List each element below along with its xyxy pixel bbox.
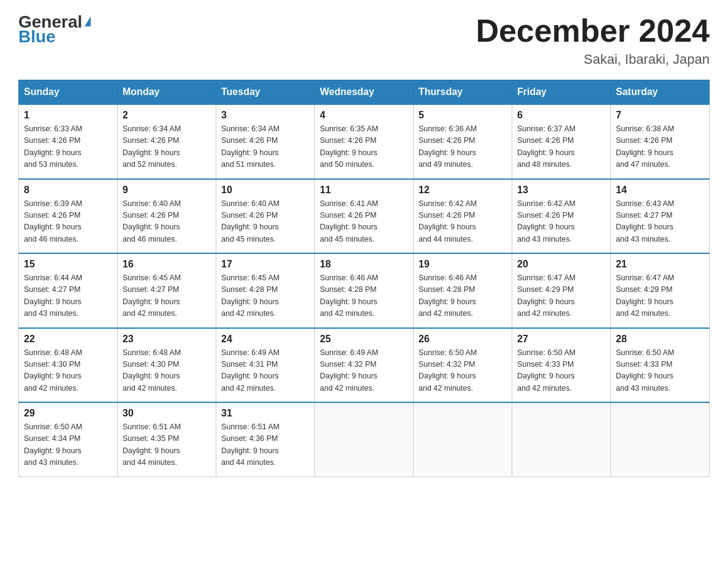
table-row bbox=[414, 402, 512, 477]
day-number: 11 bbox=[320, 185, 408, 196]
day-number: 20 bbox=[517, 259, 605, 270]
table-row: 1Sunrise: 6:33 AMSunset: 4:26 PMDaylight… bbox=[19, 104, 118, 179]
calendar-week-row: 8Sunrise: 6:39 AMSunset: 4:26 PMDaylight… bbox=[19, 179, 710, 254]
table-row: 5Sunrise: 6:36 AMSunset: 4:26 PMDaylight… bbox=[414, 104, 512, 179]
day-number: 10 bbox=[221, 185, 309, 196]
table-row: 31Sunrise: 6:51 AMSunset: 4:36 PMDayligh… bbox=[216, 402, 315, 477]
day-number: 1 bbox=[24, 110, 112, 121]
calendar-week-row: 15Sunrise: 6:44 AMSunset: 4:27 PMDayligh… bbox=[19, 253, 710, 328]
day-number: 27 bbox=[517, 334, 605, 345]
day-info: Sunrise: 6:40 AMSunset: 4:26 PMDaylight:… bbox=[221, 198, 309, 246]
day-info: Sunrise: 6:50 AMSunset: 4:33 PMDaylight:… bbox=[517, 347, 605, 395]
day-number: 2 bbox=[123, 110, 211, 121]
day-number: 5 bbox=[419, 110, 507, 121]
day-info: Sunrise: 6:40 AMSunset: 4:26 PMDaylight:… bbox=[123, 198, 211, 246]
calendar-table: Sunday Monday Tuesday Wednesday Thursday… bbox=[18, 80, 710, 477]
table-row: 20Sunrise: 6:47 AMSunset: 4:29 PMDayligh… bbox=[512, 253, 611, 328]
col-saturday: Saturday bbox=[611, 80, 710, 105]
calendar-week-row: 1Sunrise: 6:33 AMSunset: 4:26 PMDaylight… bbox=[19, 104, 710, 179]
table-row: 22Sunrise: 6:48 AMSunset: 4:30 PMDayligh… bbox=[19, 328, 118, 403]
day-info: Sunrise: 6:46 AMSunset: 4:28 PMDaylight:… bbox=[320, 272, 408, 320]
day-number: 26 bbox=[419, 334, 507, 345]
day-number: 21 bbox=[616, 259, 704, 270]
table-row: 25Sunrise: 6:49 AMSunset: 4:32 PMDayligh… bbox=[315, 328, 414, 403]
day-info: Sunrise: 6:43 AMSunset: 4:27 PMDaylight:… bbox=[616, 198, 704, 246]
day-info: Sunrise: 6:47 AMSunset: 4:29 PMDaylight:… bbox=[517, 272, 605, 320]
day-number: 18 bbox=[320, 259, 408, 270]
calendar-header-row: Sunday Monday Tuesday Wednesday Thursday… bbox=[19, 80, 710, 105]
day-number: 25 bbox=[320, 334, 408, 345]
table-row: 8Sunrise: 6:39 AMSunset: 4:26 PMDaylight… bbox=[19, 179, 118, 254]
day-number: 14 bbox=[616, 185, 704, 196]
calendar-week-row: 22Sunrise: 6:48 AMSunset: 4:30 PMDayligh… bbox=[19, 328, 710, 403]
table-row: 30Sunrise: 6:51 AMSunset: 4:35 PMDayligh… bbox=[118, 402, 216, 477]
table-row: 14Sunrise: 6:43 AMSunset: 4:27 PMDayligh… bbox=[611, 179, 710, 254]
table-row: 7Sunrise: 6:38 AMSunset: 4:26 PMDaylight… bbox=[611, 104, 710, 179]
day-number: 4 bbox=[320, 110, 408, 121]
table-row: 10Sunrise: 6:40 AMSunset: 4:26 PMDayligh… bbox=[216, 179, 315, 254]
table-row: 28Sunrise: 6:50 AMSunset: 4:33 PMDayligh… bbox=[611, 328, 710, 403]
table-row bbox=[315, 402, 414, 477]
day-info: Sunrise: 6:51 AMSunset: 4:36 PMDaylight:… bbox=[221, 421, 309, 469]
day-number: 17 bbox=[221, 259, 309, 270]
day-info: Sunrise: 6:33 AMSunset: 4:26 PMDaylight:… bbox=[24, 123, 112, 171]
page-header: General Blue December 2024 Sakai, Ibarak… bbox=[18, 12, 710, 67]
day-number: 24 bbox=[221, 334, 309, 345]
day-info: Sunrise: 6:34 AMSunset: 4:26 PMDaylight:… bbox=[123, 123, 211, 171]
day-info: Sunrise: 6:47 AMSunset: 4:29 PMDaylight:… bbox=[616, 272, 704, 320]
logo-triangle-icon bbox=[85, 17, 91, 26]
table-row: 26Sunrise: 6:50 AMSunset: 4:32 PMDayligh… bbox=[414, 328, 512, 403]
col-thursday: Thursday bbox=[414, 80, 512, 105]
table-row: 9Sunrise: 6:40 AMSunset: 4:26 PMDaylight… bbox=[118, 179, 216, 254]
table-row: 24Sunrise: 6:49 AMSunset: 4:31 PMDayligh… bbox=[216, 328, 315, 403]
col-wednesday: Wednesday bbox=[315, 80, 414, 105]
day-info: Sunrise: 6:48 AMSunset: 4:30 PMDaylight:… bbox=[123, 347, 211, 395]
day-number: 31 bbox=[221, 408, 309, 419]
day-info: Sunrise: 6:51 AMSunset: 4:35 PMDaylight:… bbox=[123, 421, 211, 469]
day-number: 16 bbox=[123, 259, 211, 270]
logo: General Blue bbox=[18, 12, 91, 47]
location: Sakai, Ibaraki, Japan bbox=[476, 52, 710, 67]
col-sunday: Sunday bbox=[19, 80, 118, 105]
day-info: Sunrise: 6:42 AMSunset: 4:26 PMDaylight:… bbox=[419, 198, 507, 246]
day-number: 12 bbox=[419, 185, 507, 196]
day-info: Sunrise: 6:45 AMSunset: 4:27 PMDaylight:… bbox=[123, 272, 211, 320]
table-row bbox=[611, 402, 710, 477]
day-info: Sunrise: 6:45 AMSunset: 4:28 PMDaylight:… bbox=[221, 272, 309, 320]
day-info: Sunrise: 6:35 AMSunset: 4:26 PMDaylight:… bbox=[320, 123, 408, 171]
title-block: December 2024 Sakai, Ibaraki, Japan bbox=[476, 12, 710, 67]
day-number: 22 bbox=[24, 334, 112, 345]
table-row: 23Sunrise: 6:48 AMSunset: 4:30 PMDayligh… bbox=[118, 328, 216, 403]
day-info: Sunrise: 6:41 AMSunset: 4:26 PMDaylight:… bbox=[320, 198, 408, 246]
col-tuesday: Tuesday bbox=[216, 80, 315, 105]
day-number: 8 bbox=[24, 185, 112, 196]
table-row: 3Sunrise: 6:34 AMSunset: 4:26 PMDaylight… bbox=[216, 104, 315, 179]
month-title: December 2024 bbox=[476, 12, 710, 49]
day-number: 3 bbox=[221, 110, 309, 121]
table-row: 19Sunrise: 6:46 AMSunset: 4:28 PMDayligh… bbox=[414, 253, 512, 328]
day-number: 13 bbox=[517, 185, 605, 196]
day-info: Sunrise: 6:50 AMSunset: 4:34 PMDaylight:… bbox=[24, 421, 112, 469]
day-number: 23 bbox=[123, 334, 211, 345]
day-number: 28 bbox=[616, 334, 704, 345]
day-info: Sunrise: 6:42 AMSunset: 4:26 PMDaylight:… bbox=[517, 198, 605, 246]
day-info: Sunrise: 6:46 AMSunset: 4:28 PMDaylight:… bbox=[419, 272, 507, 320]
day-info: Sunrise: 6:50 AMSunset: 4:33 PMDaylight:… bbox=[616, 347, 704, 395]
table-row: 16Sunrise: 6:45 AMSunset: 4:27 PMDayligh… bbox=[118, 253, 216, 328]
table-row: 15Sunrise: 6:44 AMSunset: 4:27 PMDayligh… bbox=[19, 253, 118, 328]
day-number: 29 bbox=[24, 408, 112, 419]
day-info: Sunrise: 6:36 AMSunset: 4:26 PMDaylight:… bbox=[419, 123, 507, 171]
table-row: 21Sunrise: 6:47 AMSunset: 4:29 PMDayligh… bbox=[611, 253, 710, 328]
day-info: Sunrise: 6:50 AMSunset: 4:32 PMDaylight:… bbox=[419, 347, 507, 395]
day-info: Sunrise: 6:37 AMSunset: 4:26 PMDaylight:… bbox=[517, 123, 605, 171]
table-row bbox=[512, 402, 611, 477]
table-row: 4Sunrise: 6:35 AMSunset: 4:26 PMDaylight… bbox=[315, 104, 414, 179]
table-row: 27Sunrise: 6:50 AMSunset: 4:33 PMDayligh… bbox=[512, 328, 611, 403]
table-row: 11Sunrise: 6:41 AMSunset: 4:26 PMDayligh… bbox=[315, 179, 414, 254]
table-row: 6Sunrise: 6:37 AMSunset: 4:26 PMDaylight… bbox=[512, 104, 611, 179]
day-number: 19 bbox=[419, 259, 507, 270]
day-number: 30 bbox=[123, 408, 211, 419]
day-info: Sunrise: 6:39 AMSunset: 4:26 PMDaylight:… bbox=[24, 198, 112, 246]
day-info: Sunrise: 6:38 AMSunset: 4:26 PMDaylight:… bbox=[616, 123, 704, 171]
table-row: 13Sunrise: 6:42 AMSunset: 4:26 PMDayligh… bbox=[512, 179, 611, 254]
